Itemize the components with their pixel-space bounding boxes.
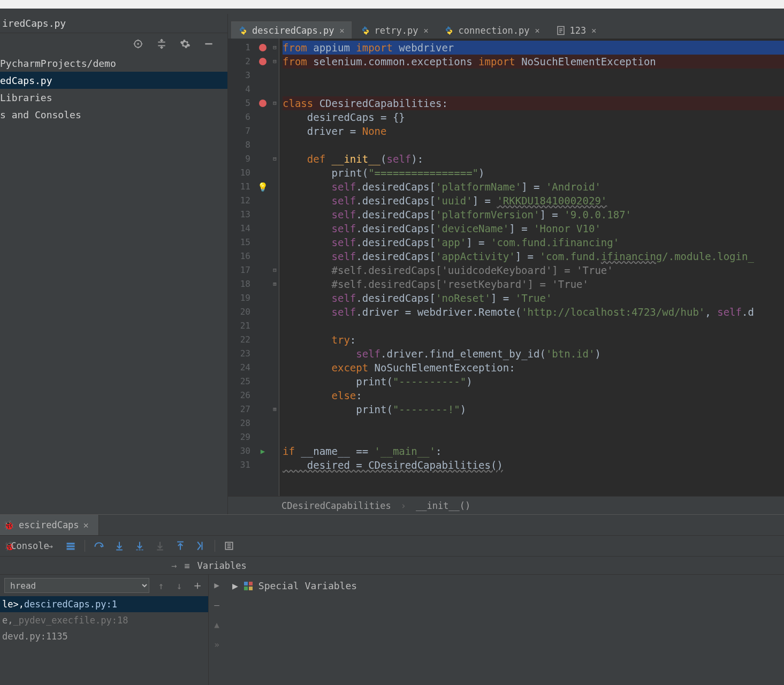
frame-list[interactable]: le>, desciredCaps.py:1e, _pydev_execfile… [0,596,208,685]
svg-point-1 [137,43,139,44]
structure-panel: iredCaps.py PycharmProjects/demo edCaps.… [0,14,227,514]
expand-tri-icon[interactable]: ▶ [232,580,238,591]
window-title-bar: 📁 demo [~/PycharmProjects/demo] – .../de… [0,0,784,9]
editor-tab[interactable]: 123✕ [549,21,604,39]
svg-rect-5 [67,548,75,550]
force-step-into-icon[interactable] [154,539,166,552]
spacer [0,9,784,14]
special-variables-label: Special Variables [258,580,357,591]
variables-header: → ≡ Variables [0,557,784,575]
code-editor[interactable]: from appium import webdriverfrom seleniu… [279,39,784,496]
editor-body: 1234567891011121314151617181920212223242… [228,39,784,496]
back-icon[interactable]: → [44,539,57,552]
add-icon[interactable]: ＋ [191,577,204,593]
step-out-icon[interactable] [174,539,187,552]
thread-select[interactable]: hread [4,578,149,593]
frame-row[interactable]: devd.py:1135 [0,628,208,644]
step-into-my-icon[interactable] [133,539,146,552]
close-icon[interactable]: ✕ [83,520,89,530]
svg-rect-7 [244,582,248,585]
breakpoint-gutter[interactable]: 💡▶ [255,39,271,496]
svg-rect-3 [67,543,75,544]
close-icon[interactable]: ✕ [423,26,428,35]
editor-area: desciredCaps.py✕retry.py✕connection.py✕1… [227,14,784,514]
gear-icon[interactable] [179,38,191,50]
svg-rect-4 [67,545,75,547]
expand-collapse-icon[interactable] [156,38,168,50]
debug-panel: 🐞 esciredCaps ✕ 🐞 Console → → ≡ Variable… [0,514,784,685]
frame-row[interactable]: le>, desciredCaps.py:1 [0,596,208,612]
editor-tab[interactable]: retry.py✕ [354,21,436,39]
editor-tabstrip: desciredCaps.py✕retry.py✕connection.py✕1… [228,14,784,39]
list-icon[interactable]: ≡ [184,560,189,571]
locate-icon[interactable] [132,38,144,50]
svg-rect-10 [249,587,253,590]
special-vars-icon [243,581,253,591]
editor-tab[interactable]: connection.py✕ [437,21,546,39]
step-over-icon[interactable] [93,539,105,552]
breadcrumb-method[interactable]: __init__() [416,500,470,511]
back-arrow-icon[interactable]: → [171,560,177,571]
variables-label: Variables [197,560,247,571]
editor-tab[interactable]: desciredCaps.py✕ [231,21,352,39]
line-number-gutter: 1234567891011121314151617181920212223242… [228,39,255,496]
frame-row[interactable]: e, _pydev_execfile.py:18 [0,612,208,628]
debug-run-tab-label: esciredCaps [19,520,79,530]
close-icon[interactable]: ✕ [535,26,540,35]
svg-rect-9 [244,587,248,590]
console-tab[interactable]: Console [24,539,36,552]
tree-item[interactable]: s and Consoles [0,106,227,123]
more-icon[interactable]: » [214,640,219,650]
structure-toolbar [0,33,227,55]
tree-item[interactable]: edCaps.py [0,72,227,89]
debug-toolbar: 🐞 Console → [0,535,784,557]
prev-frame-icon[interactable]: ↑ [155,580,168,591]
close-icon[interactable]: ✕ [591,26,596,35]
tree-item[interactable]: Libraries [0,89,227,106]
chevron-right-icon: › [401,500,406,511]
minimize-icon[interactable] [203,38,215,50]
layout-icon[interactable] [64,539,77,552]
variables-gutter: ▶ — ▲ » [209,575,225,685]
structure-header: iredCaps.py [0,18,224,29]
debug-run-tab[interactable]: 🐞 esciredCaps ✕ [0,515,99,535]
breadcrumb[interactable]: CDesiredCapabilities › __init__() [228,496,784,514]
expand-icon[interactable]: ▶ [214,580,219,590]
fold-gutter[interactable]: ⊟⊟⊟⊟⊟⊞⊞ [271,39,279,496]
breadcrumb-class[interactable]: CDesiredCapabilities [281,500,391,511]
debug-config-icon: 🐞 [3,520,14,530]
step-into-icon[interactable] [113,539,126,552]
tree-path[interactable]: PycharmProjects/demo [0,55,227,72]
next-frame-icon[interactable]: ↓ [173,580,186,591]
run-to-cursor-icon[interactable] [194,539,207,552]
structure-tree: PycharmProjects/demo edCaps.pyLibrariess… [0,55,227,514]
close-icon[interactable]: ✕ [340,26,345,35]
variables-body[interactable]: ▶ Special Variables [225,575,784,685]
evaluate-icon[interactable] [223,539,235,552]
svg-rect-8 [249,582,253,585]
minus-icon[interactable]: — [214,600,219,610]
up-icon[interactable]: ▲ [214,620,219,630]
frames-panel: hread ↑ ↓ ＋ le>, desciredCaps.py:1e, _py… [0,575,209,685]
